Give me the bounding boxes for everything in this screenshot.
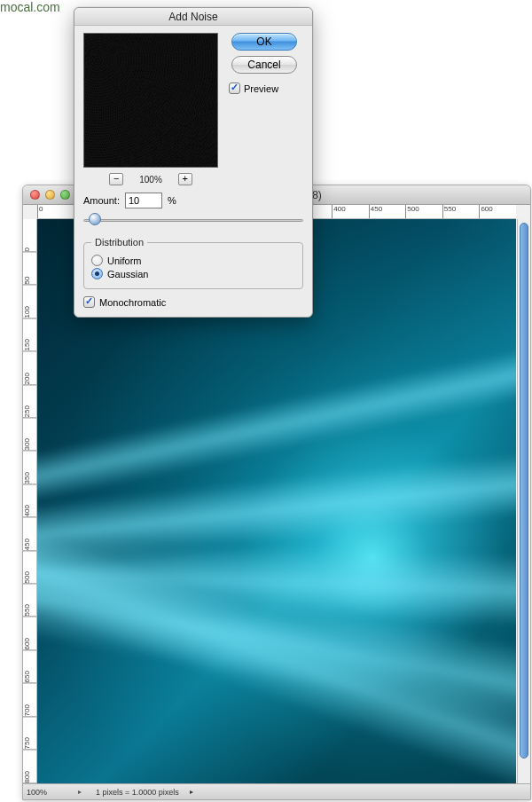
amount-input[interactable] <box>125 193 162 208</box>
monochromatic-row[interactable]: Monochromatic <box>83 296 303 308</box>
vertical-scrollbar[interactable] <box>517 219 530 783</box>
amount-label: Amount: <box>83 195 120 206</box>
dialog-title[interactable]: Add Noise <box>74 8 312 26</box>
status-zoom[interactable]: 100% <box>27 788 71 797</box>
uniform-label: Uniform <box>107 256 142 266</box>
preview-thumbnail[interactable] <box>83 33 218 168</box>
noise-preview-content <box>84 34 217 167</box>
ruler-tick: 550 <box>442 205 480 218</box>
ruler-tick: 0 <box>37 205 74 218</box>
status-zoom-arrow[interactable]: ▸ <box>78 788 89 796</box>
monochromatic-checkbox[interactable] <box>83 296 95 308</box>
add-noise-dialog: Add Noise − 100% + OK Cancel Preview <box>74 7 313 318</box>
status-info: 1 pixels = 1.0000 pixels <box>96 788 179 797</box>
vertical-ruler[interactable]: 0501001502002503003504004505005506006507… <box>23 219 37 783</box>
preview-checkbox-row[interactable]: Preview <box>229 83 278 94</box>
preview-zoom-controls: − 100% + <box>83 173 218 185</box>
ruler-tick: 400 <box>23 484 36 517</box>
ruler-tick: 250 <box>23 385 36 418</box>
dialog-buttons-column: OK Cancel Preview <box>218 33 303 193</box>
ruler-tick: 500 <box>23 551 36 584</box>
gaussian-radio-row[interactable]: Gaussian <box>91 268 295 279</box>
ruler-tick: 450 <box>23 518 36 551</box>
uniform-radio[interactable] <box>91 255 103 266</box>
window-controls <box>30 190 70 200</box>
ruler-tick: 550 <box>23 584 36 617</box>
watermark-text: mocal.com <box>0 0 60 14</box>
ruler-tick: 750 <box>23 717 36 750</box>
amount-slider[interactable] <box>83 212 303 228</box>
preview-checkbox-label: Preview <box>244 83 278 94</box>
ruler-tick: 100 <box>23 286 36 318</box>
ruler-tick: 300 <box>23 418 36 451</box>
ruler-tick: 350 <box>23 452 36 484</box>
uniform-radio-row[interactable]: Uniform <box>91 255 295 266</box>
ruler-tick: 600 <box>479 205 516 218</box>
monochromatic-label: Monochromatic <box>99 297 166 308</box>
gaussian-radio[interactable] <box>91 268 103 279</box>
minimize-window-button[interactable] <box>45 190 55 200</box>
zoom-level-label: 100% <box>139 175 162 185</box>
scrollbar-thumb[interactable] <box>520 223 528 759</box>
distribution-fieldset: Distribution Uniform Gaussian <box>83 237 303 289</box>
zoom-out-button[interactable]: − <box>109 173 123 185</box>
ruler-tick: 0 <box>23 219 36 252</box>
ruler-tick: 600 <box>23 617 36 650</box>
ruler-tick: 400 <box>332 205 369 218</box>
distribution-legend: Distribution <box>91 237 147 248</box>
amount-row: Amount: % <box>83 193 303 208</box>
slider-thumb[interactable] <box>89 213 101 225</box>
gaussian-label: Gaussian <box>107 269 148 279</box>
close-window-button[interactable] <box>30 190 40 200</box>
status-bar: 100% ▸ 1 pixels = 1.0000 pixels ▸ <box>23 783 530 799</box>
zoom-window-button[interactable] <box>60 190 70 200</box>
preview-checkbox[interactable] <box>229 83 240 94</box>
zoom-in-button[interactable]: + <box>178 173 192 185</box>
slider-track-line <box>83 219 303 222</box>
ruler-tick: 800 <box>23 751 36 783</box>
amount-unit: % <box>168 195 176 206</box>
cancel-button[interactable]: Cancel <box>231 56 297 74</box>
ruler-tick: 150 <box>23 318 36 351</box>
ruler-tick: 500 <box>405 205 442 218</box>
ruler-tick: 650 <box>23 650 36 683</box>
status-menu-arrow[interactable]: ▸ <box>190 788 193 796</box>
ok-button[interactable]: OK <box>231 33 297 51</box>
dialog-body: − 100% + OK Cancel Preview Amount: % <box>74 26 312 317</box>
ruler-tick: 700 <box>23 684 36 717</box>
ruler-tick: 50 <box>23 252 36 285</box>
ruler-tick: 450 <box>369 205 406 218</box>
ruler-tick: 200 <box>23 352 36 385</box>
